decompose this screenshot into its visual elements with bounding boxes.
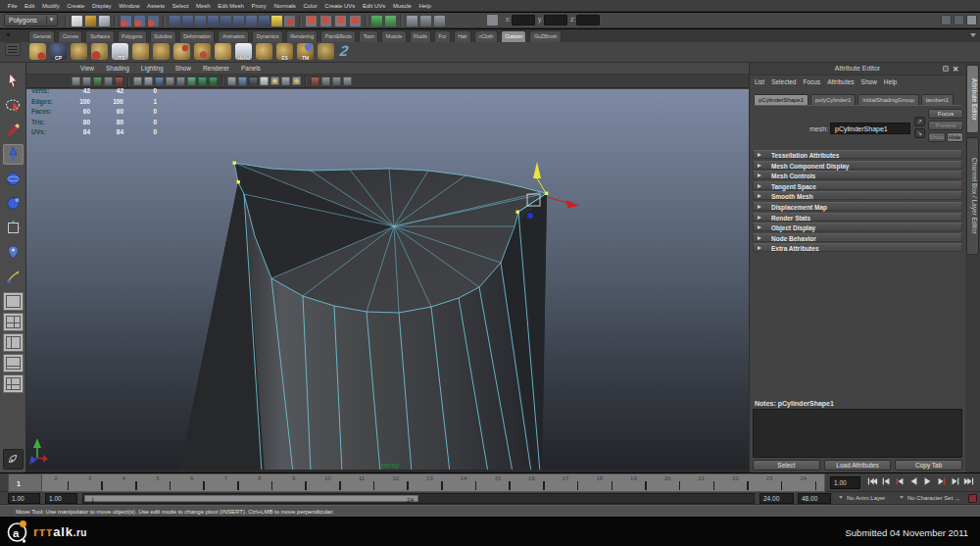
snap-icon[interactable] <box>246 16 257 26</box>
ae-footer-button[interactable]: Copy Tab <box>895 460 962 471</box>
time-slider-frame[interactable]: 3 <box>76 474 111 491</box>
magnet-snap-icon[interactable] <box>335 16 346 26</box>
misc-status-icon[interactable] <box>284 16 295 26</box>
lasso-tool-button[interactable] <box>3 95 24 116</box>
attribute-section-header[interactable]: Render Stats <box>753 213 962 222</box>
menu-item[interactable]: Create UVs <box>321 3 360 9</box>
attribute-section-header[interactable]: Object Display <box>753 223 962 231</box>
time-slider-frame[interactable]: 18 <box>586 474 620 491</box>
shelf-tab[interactable]: Fluids <box>410 30 431 42</box>
auto-key-icon[interactable]: → <box>954 495 960 502</box>
play-forwards-button[interactable] <box>921 475 934 489</box>
menu-item[interactable]: File <box>4 3 21 9</box>
panel-toolbar-icon[interactable] <box>221 75 223 87</box>
ae-menu-item[interactable]: Show <box>861 78 881 85</box>
tab-channel-box[interactable]: Channel Box / Layer Editor <box>966 137 979 255</box>
current-time-marker[interactable]: 1 <box>8 473 42 492</box>
shelf-tab[interactable]: Polygons <box>118 30 147 42</box>
shelf-tab[interactable]: GuZBrush <box>529 30 561 42</box>
snap-icon[interactable] <box>195 16 206 26</box>
panel-toolbar-icon[interactable] <box>127 75 129 87</box>
anim-end-field[interactable]: 48.00 <box>798 493 831 504</box>
go-to-end-button[interactable] <box>962 475 975 489</box>
shelf-tab[interactable]: Dynamics <box>252 30 283 42</box>
selection-mask-icon[interactable] <box>121 16 131 26</box>
scale-tool-button[interactable] <box>3 193 24 214</box>
snap-icon[interactable] <box>208 16 219 26</box>
time-slider-frame[interactable]: 14 <box>451 474 485 491</box>
panel-toolbar-icon[interactable] <box>238 76 247 85</box>
x-coord-field[interactable] <box>512 15 535 25</box>
attribute-section-header[interactable]: Node Behavior <box>753 233 962 242</box>
layout-persp-graph-button[interactable] <box>3 354 24 372</box>
shelf-tab[interactable]: PaintEffects <box>320 30 356 42</box>
attribute-section-header[interactable]: Tessellation Attributes <box>753 150 962 159</box>
close-icon[interactable]: ✕ <box>953 65 960 73</box>
snap-icon[interactable] <box>170 16 180 26</box>
presets-button[interactable]: Presets <box>928 121 963 130</box>
panel-toolbar-icon[interactable] <box>209 76 218 85</box>
magnet-snap-icon[interactable] <box>320 16 331 26</box>
snap-icon[interactable] <box>233 16 244 26</box>
shelf-tab[interactable]: Muscle <box>381 30 406 42</box>
arttalk-logo[interactable]: a rттalk.ru <box>5 518 87 545</box>
time-slider-frame[interactable]: 20 <box>655 474 689 491</box>
playback-end-field[interactable]: 24.00 <box>760 493 794 504</box>
panel-toolbar-icon[interactable] <box>260 76 269 85</box>
ae-footer-button[interactable]: Load Attributes <box>824 460 892 471</box>
menu-item[interactable]: Mesh <box>192 3 214 9</box>
pin-node-icon[interactable]: ↗ <box>914 117 925 126</box>
attribute-section-header[interactable]: Extra Attributes <box>753 243 962 252</box>
snap-icon[interactable] <box>182 16 193 26</box>
menu-item[interactable]: Select <box>169 3 192 9</box>
shelf-tab[interactable]: Custom <box>501 30 527 42</box>
menu-item[interactable]: Display <box>88 3 115 9</box>
hide-button[interactable]: Hide <box>947 132 964 142</box>
paint-effects-panel-icon[interactable] <box>3 449 24 470</box>
shelf-tab[interactable]: Fur <box>434 30 451 42</box>
time-slider[interactable]: 1 2 3 4 5 6 7 8 <box>0 473 980 492</box>
time-slider-frame[interactable]: 10 <box>315 474 349 491</box>
file-icon[interactable] <box>72 16 82 26</box>
sidebar-toggle-icon[interactable] <box>966 15 977 25</box>
shelf-item-button[interactable] <box>214 42 232 61</box>
selection-mask-icon[interactable] <box>148 16 159 26</box>
menu-item[interactable]: Edit Mesh <box>214 3 247 9</box>
file-icon[interactable] <box>85 16 96 26</box>
tab-attribute-editor[interactable]: Attribute Editor <box>966 65 979 133</box>
panel-menu-item[interactable]: Panels <box>235 65 267 72</box>
step-forward-key-button[interactable] <box>935 475 948 489</box>
shelf-tab[interactable]: General <box>28 30 55 42</box>
time-slider-frame[interactable]: 7 <box>213 474 247 491</box>
menu-item[interactable]: Help <box>416 3 435 9</box>
attribute-section-header[interactable]: Mesh Controls <box>753 171 962 179</box>
perspective-viewport[interactable]: ViewShadingLightingShowRendererPanels <box>26 63 749 472</box>
attribute-section-header[interactable]: Tangent Space <box>753 181 962 190</box>
panel-menu-item[interactable]: Lighting <box>135 65 170 72</box>
panel-toolbar-icon[interactable] <box>155 76 164 85</box>
ae-menu-item[interactable]: Attributes <box>827 78 858 85</box>
sidebar-toggle-icon[interactable] <box>941 15 952 25</box>
time-slider-frame[interactable]: 19 <box>620 474 655 491</box>
panel-toolbar-icon[interactable] <box>115 76 123 85</box>
anim-prefs-icon[interactable] <box>968 494 977 503</box>
ae-node-tab[interactable]: initialShadingGroup <box>858 94 918 105</box>
panel-menu-item[interactable]: View <box>74 65 100 72</box>
shelf-item-button[interactable] <box>172 42 191 61</box>
shelf-tab[interactable]: Subdivs <box>150 30 176 42</box>
panel-toolbar-icon[interactable] <box>144 76 153 85</box>
panel-toolbar-icon[interactable] <box>321 76 330 85</box>
menu-item[interactable]: Color <box>300 3 321 9</box>
focus-button[interactable]: Focus <box>928 109 963 119</box>
shelf-tab[interactable]: Hair <box>454 30 471 42</box>
menu-item[interactable]: Proxy <box>248 3 270 9</box>
shelf-tab[interactable]: Rendering <box>286 30 318 42</box>
shelf-item-button[interactable] <box>317 42 335 61</box>
shelf-item-button[interactable]: TM <box>296 42 315 61</box>
time-slider-frame[interactable]: 16 <box>518 474 553 491</box>
panel-toolbar-icon[interactable] <box>305 75 307 87</box>
shelf-tab[interactable]: Toon <box>359 30 378 42</box>
panel-menu-item[interactable]: Show <box>170 65 197 72</box>
anim-layer-dropdown[interactable]: No Anim Layer <box>847 495 885 501</box>
grid-input-icon[interactable] <box>487 15 498 25</box>
